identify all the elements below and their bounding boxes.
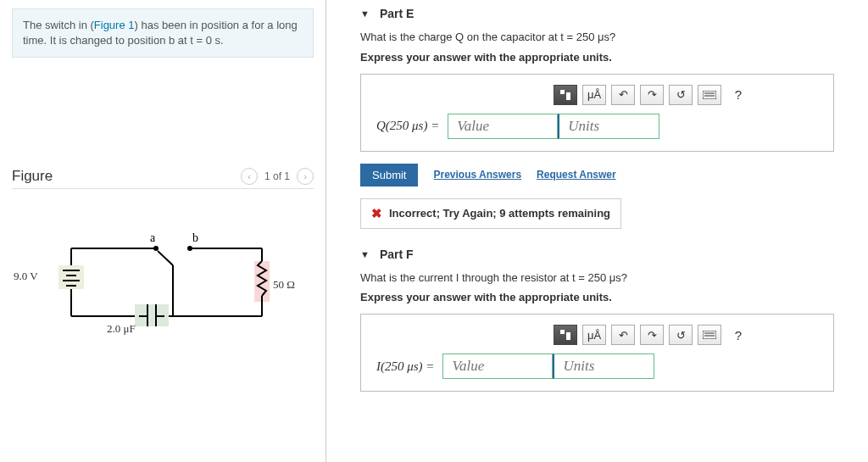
templates-icon[interactable] (554, 325, 577, 345)
svg-rect-25 (560, 90, 565, 94)
circuit-diagram: a b (12, 223, 314, 344)
redo-icon[interactable]: ↷ (640, 325, 664, 345)
capacitor-label: 2.0 μF (107, 322, 136, 336)
reset-icon[interactable]: ↺ (669, 325, 693, 345)
pager-next-button[interactable]: › (297, 168, 314, 185)
keyboard-icon[interactable] (698, 325, 721, 345)
part-f-question: What is the current I through the resist… (360, 270, 834, 287)
templates-icon[interactable] (554, 85, 577, 105)
part-e-submit-button[interactable]: Submit (360, 164, 418, 186)
part-e: ▼ Part E What is the charge Q on the cap… (360, 7, 834, 229)
figure-pager: ‹ 1 of 1 › (241, 168, 314, 185)
prompt-prefix: The switch in ( (23, 19, 94, 31)
undo-icon[interactable]: ↶ (611, 325, 635, 345)
part-f-answer-box: μÅ ↶ ↷ ↺ ? I(250 μs) = (360, 314, 834, 392)
figure-link[interactable]: Figure 1 (94, 19, 135, 31)
request-answer-link[interactable]: Request Answer (537, 169, 616, 181)
svg-point-6 (153, 246, 159, 251)
problem-statement: The switch in (Figure 1) has been in pos… (12, 8, 314, 58)
units-tool-button[interactable]: μÅ (582, 325, 606, 345)
part-f-title: Part F (380, 248, 414, 261)
part-e-answer-box: μÅ ↶ ↷ ↺ ? Q(250 μs) = (360, 74, 834, 152)
part-e-eq-label: Q(250 μs) = (376, 119, 439, 133)
figure-title: Figure (12, 168, 53, 185)
part-e-feedback: ✖ Incorrect; Try Again; 9 attempts remai… (360, 198, 621, 229)
incorrect-icon: ✖ (371, 206, 382, 221)
svg-rect-26 (566, 92, 570, 100)
part-f-eq-label: I(250 μs) = (376, 359, 434, 374)
svg-rect-30 (560, 330, 565, 334)
part-f-instruction: Express your answer with the appropriate… (360, 291, 834, 303)
keyboard-icon[interactable] (698, 85, 721, 105)
part-f-value-input[interactable] (442, 353, 553, 379)
label-b: b (192, 231, 198, 244)
svg-rect-32 (703, 331, 716, 339)
collapse-icon[interactable]: ▼ (360, 8, 370, 19)
label-a: a (150, 231, 156, 244)
resistor-label: 50 Ω (273, 278, 295, 292)
svg-line-9 (158, 251, 173, 265)
undo-icon[interactable]: ↶ (611, 85, 635, 105)
feedback-text: Incorrect; Try Again; 9 attempts remaini… (389, 207, 610, 220)
help-icon[interactable]: ? (726, 85, 750, 105)
reset-icon[interactable]: ↺ (669, 85, 693, 105)
units-tool-button[interactable]: μÅ (582, 85, 606, 105)
redo-icon[interactable]: ↷ (640, 85, 664, 105)
part-e-title: Part E (380, 7, 414, 20)
part-e-value-input[interactable] (448, 114, 558, 139)
svg-rect-27 (703, 91, 716, 99)
help-icon[interactable]: ? (726, 325, 750, 345)
svg-rect-31 (566, 332, 570, 340)
part-f-units-input[interactable] (553, 353, 654, 379)
voltage-label: 9.0 V (14, 270, 38, 283)
part-e-units-input[interactable] (558, 114, 659, 139)
pager-prev-button[interactable]: ‹ (241, 168, 258, 185)
part-e-question: What is the charge Q on the capacitor at… (360, 29, 834, 46)
part-e-instruction: Express your answer with the appropriate… (360, 51, 834, 64)
collapse-icon[interactable]: ▼ (360, 249, 370, 259)
pager-text: 1 of 1 (264, 170, 290, 182)
part-f: ▼ Part F What is the current I through t… (360, 248, 834, 392)
svg-point-7 (187, 246, 192, 251)
previous-answers-link[interactable]: Previous Answers (433, 169, 521, 181)
